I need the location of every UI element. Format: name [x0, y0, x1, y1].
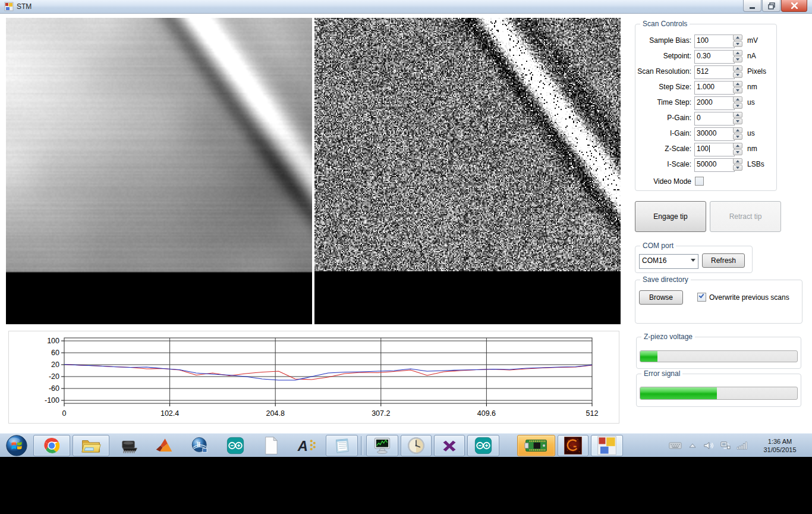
- visual-studio-button[interactable]: [434, 435, 465, 456]
- unit-label: us: [747, 98, 755, 106]
- network-plug-tray-icon[interactable]: [720, 441, 731, 450]
- title-bar: STM: [0, 0, 812, 14]
- taskbar: IIA 1:36 AM 31/05/2015: [0, 433, 812, 457]
- chevron-down-icon: [691, 259, 695, 262]
- altium-button[interactable]: A: [290, 435, 323, 456]
- notepad-button[interactable]: [326, 435, 358, 456]
- chrome-button[interactable]: [33, 435, 70, 456]
- hidden-icons-arrow[interactable]: [688, 442, 697, 449]
- spin-up-button[interactable]: [733, 81, 742, 87]
- close-button[interactable]: [781, 0, 807, 12]
- numeric-input[interactable]: 1.000: [694, 81, 735, 95]
- unit-label: mV: [747, 36, 758, 45]
- spin-down-button[interactable]: [733, 165, 742, 171]
- field-label: Step Size:: [635, 83, 691, 91]
- scan-control-row: Step Size:1.000nm: [635, 81, 776, 93]
- minimize-button[interactable]: [743, 0, 761, 12]
- numeric-input[interactable]: 2000: [694, 96, 735, 110]
- taskbar-clock[interactable]: 1:36 AM 31/05/2015: [753, 434, 807, 457]
- matlab-button[interactable]: [147, 435, 181, 456]
- scan-control-row: P-Gain:0: [635, 112, 776, 124]
- document-button[interactable]: [254, 435, 288, 456]
- z-piezo-voltage-group: Z-piezo voltage: [636, 337, 801, 369]
- spin-up-button[interactable]: [733, 158, 742, 164]
- ic-chip-button[interactable]: [112, 435, 145, 456]
- signal-bars-tray-icon[interactable]: [737, 441, 747, 450]
- spin-down-button[interactable]: [733, 87, 742, 93]
- clock-app-button[interactable]: [401, 435, 432, 456]
- overwrite-checkbox[interactable]: [697, 293, 706, 302]
- spin-down-button[interactable]: [733, 134, 742, 140]
- sphere-app-button[interactable]: II: [183, 435, 216, 456]
- spin-up-button[interactable]: [733, 96, 742, 102]
- svg-text:409.6: 409.6: [477, 409, 496, 418]
- numeric-input[interactable]: 0: [694, 112, 735, 126]
- engage-tip-button[interactable]: Engage tip: [635, 201, 706, 232]
- explorer-button[interactable]: [73, 435, 109, 456]
- scan-control-row: I-Scale:50000LSBs: [635, 158, 776, 171]
- field-label: I-Scale:: [635, 160, 691, 168]
- numeric-input[interactable]: 100: [694, 35, 735, 48]
- unit-label: LSBs: [747, 160, 764, 168]
- spin-up-button[interactable]: [733, 112, 742, 118]
- app-icon: [4, 2, 14, 11]
- svg-text:102.4: 102.4: [160, 409, 179, 418]
- video-mode-label: Video Mode: [635, 177, 691, 186]
- numeric-input[interactable]: 0.30: [694, 50, 735, 64]
- spin-up-button[interactable]: [733, 143, 742, 149]
- field-label: Z-Scale:: [635, 145, 691, 153]
- com-port-group: COM port COM16 Refresh: [635, 246, 753, 273]
- spin-up-button[interactable]: [733, 35, 742, 40]
- field-label: Sample Bias:: [635, 36, 691, 45]
- keyboard-tray-icon[interactable]: [669, 441, 682, 450]
- restore-button[interactable]: [762, 0, 780, 12]
- unit-label: nm: [747, 145, 757, 153]
- com-port-value: COM16: [642, 256, 666, 265]
- numeric-input[interactable]: 512: [694, 65, 735, 79]
- spin-down-button[interactable]: [733, 57, 742, 62]
- numeric-input[interactable]: 50000: [694, 158, 735, 172]
- spin-down-button[interactable]: [733, 72, 742, 78]
- overwrite-label: Overwrite previous scans: [709, 293, 789, 302]
- field-label: I-Gain:: [635, 129, 691, 137]
- svg-text:512: 512: [586, 409, 599, 418]
- scan-controls-group: Scan Controls Sample Bias:100mVSetpoint:…: [635, 24, 777, 191]
- error-signal-group: Error signal: [636, 374, 801, 407]
- line-profile-chart: 1006020-20-60-1000102.4204.8307.2409.651…: [8, 331, 619, 424]
- arduino-button[interactable]: [219, 435, 252, 456]
- video-mode-row: Video Mode: [635, 175, 776, 188]
- retract-tip-button[interactable]: Retract tip: [710, 201, 781, 232]
- arduino-ide-button[interactable]: [467, 435, 499, 456]
- save-directory-caption: Save directory: [640, 275, 691, 284]
- numeric-input[interactable]: 100: [694, 143, 735, 156]
- svg-text:A: A: [297, 438, 308, 454]
- spin-down-button[interactable]: [733, 149, 742, 155]
- desktop-screen: STM 1006020-20-60-1000102.4204.8307.2409…: [0, 0, 812, 457]
- scan-control-row: Setpoint:0.30nA: [635, 50, 776, 62]
- spin-down-button[interactable]: [733, 118, 742, 124]
- spin-down-button[interactable]: [733, 103, 742, 109]
- svg-text:II: II: [197, 441, 200, 448]
- volume-tray-icon[interactable]: [703, 441, 714, 450]
- numeric-input[interactable]: 30000: [694, 127, 735, 141]
- video-mode-checkbox[interactable]: [695, 177, 704, 186]
- teensy-button[interactable]: [517, 435, 555, 456]
- refresh-button[interactable]: Refresh: [702, 253, 745, 268]
- svg-text:60: 60: [51, 349, 59, 357]
- stm-app-button[interactable]: [591, 435, 623, 456]
- stm-window: STM 1006020-20-60-1000102.4204.8307.2409…: [0, 0, 812, 434]
- scan-control-row: I-Gain:30000us: [635, 127, 776, 140]
- svg-text:307.2: 307.2: [372, 409, 390, 418]
- fiery-app-button[interactable]: [558, 435, 588, 456]
- task-manager-button[interactable]: [366, 435, 398, 456]
- error-signal-scan-image: [314, 18, 621, 324]
- spin-up-button[interactable]: [733, 65, 742, 71]
- spin-up-button[interactable]: [733, 50, 742, 56]
- spin-down-button[interactable]: [733, 41, 742, 47]
- com-port-select[interactable]: COM16: [639, 254, 698, 269]
- spin-up-button[interactable]: [733, 127, 742, 133]
- start-button[interactable]: [2, 435, 31, 456]
- error-signal-progress-bar: [640, 387, 798, 400]
- browse-button[interactable]: Browse: [639, 290, 683, 305]
- error-signal-progress-fill: [640, 387, 717, 399]
